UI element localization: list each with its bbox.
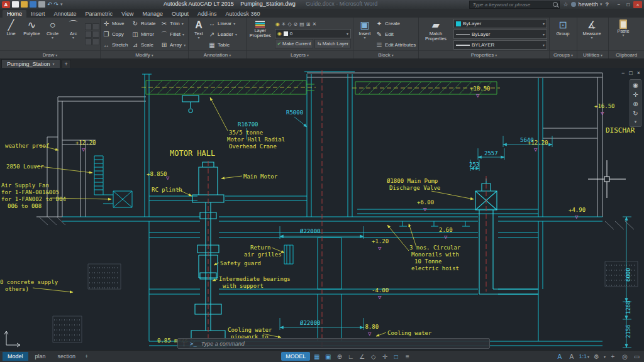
save-icon[interactable]	[30, 1, 36, 8]
maximize-button[interactable]: □	[624, 1, 633, 8]
arc-button[interactable]: ⌒ Arc ▾	[63, 18, 84, 50]
signin-user[interactable]: hewetth ▾	[571, 1, 602, 8]
measure-button[interactable]: ∡ Measure ▾	[578, 18, 606, 50]
new-file-icon[interactable]	[12, 1, 19, 8]
layer-dropdown[interactable]: ◉ 0 ▾	[275, 29, 351, 38]
edit-attributes-button[interactable]: ☰Edit Attributes	[375, 40, 416, 50]
text-button[interactable]: A Text ▾	[189, 18, 208, 50]
zoom-icon[interactable]: ⊕	[633, 101, 638, 107]
panel-label-block[interactable]: Block▾	[353, 50, 418, 58]
panel-label-layers[interactable]: Layers▾	[247, 50, 353, 58]
annotation-monitor-icon[interactable]: +	[608, 353, 618, 360]
workspace-chevron-icon[interactable]: ▾	[604, 354, 606, 359]
open-file-icon[interactable]	[21, 1, 28, 8]
pan-icon[interactable]: ✛	[633, 91, 638, 98]
layout-tab-model[interactable]: Model	[3, 352, 28, 361]
linetype-dropdown[interactable]: ByLayer ▾	[453, 30, 547, 39]
draw-extra-2[interactable]	[92, 23, 99, 30]
copy-button[interactable]: ❐Copy	[101, 29, 130, 40]
move-button[interactable]: ✛Move	[101, 18, 130, 29]
redo-icon[interactable]: ↷	[54, 1, 59, 8]
model-space-toggle[interactable]: MODEL	[281, 352, 310, 361]
object-color-dropdown[interactable]: ByLayer ▾	[453, 19, 547, 28]
polar-tracking-icon[interactable]: ∠	[357, 353, 367, 360]
line-button[interactable]: ╱ Line	[1, 18, 21, 50]
annotation-scale-control[interactable]: 1:1 ▾	[579, 353, 589, 359]
trim-button[interactable]: ✂Trim▾	[159, 18, 187, 29]
help-icon[interactable]: ?	[606, 1, 609, 8]
tab-manage[interactable]: Manage	[138, 10, 167, 18]
array-button[interactable]: ⊞Array▾	[159, 40, 187, 50]
orbit-icon[interactable]: ↻	[633, 110, 638, 117]
tab-output[interactable]: Output	[167, 10, 193, 18]
minimize-button[interactable]: −	[614, 1, 623, 8]
ortho-icon[interactable]: ∟	[346, 353, 355, 360]
layer-properties-button[interactable]: Layer Properties	[247, 18, 274, 50]
navigation-wheel-icon[interactable]: ◉	[633, 82, 638, 89]
polyline-button[interactable]: ∿ Polyline	[21, 18, 42, 50]
edit-block-button[interactable]: ✎Edit	[375, 29, 416, 40]
autoscale-icon[interactable]: A	[567, 353, 576, 360]
favorites-icon[interactable]: ☆	[563, 1, 568, 8]
tab-addins[interactable]: Add-ins	[193, 10, 221, 18]
paste-button[interactable]: Paste ▾	[609, 18, 637, 50]
layer-lock-icon[interactable]: ⊘	[294, 21, 298, 27]
qat-dropdown-icon[interactable]: ▾	[60, 2, 63, 7]
tab-view[interactable]: View	[117, 10, 138, 18]
object-snap-tracking-icon[interactable]: ✛	[380, 353, 389, 360]
panel-label-modify[interactable]: Modify▾	[101, 50, 188, 58]
clean-screen-icon[interactable]: ▭	[632, 353, 641, 360]
layer-sun-icon[interactable]: ✳	[282, 21, 286, 27]
layer-on-icon[interactable]: ◉	[275, 21, 280, 27]
navbar-chevron-icon[interactable]: ▾	[635, 119, 637, 124]
command-input[interactable]	[200, 340, 486, 348]
isodraft-icon[interactable]: ◇	[369, 353, 378, 360]
annotation-visibility-icon[interactable]: A	[555, 353, 564, 360]
group-button[interactable]: ⊡ Group	[550, 18, 575, 50]
layer-delete-icon[interactable]: ✕	[313, 21, 317, 27]
doc-tab-pumping-station[interactable]: Pumping_Station ▾	[1, 59, 60, 68]
fillet-button[interactable]: ⌒Fillet▾	[159, 29, 187, 40]
match-properties-button[interactable]: ▰ Match Properties	[419, 18, 452, 50]
lineweight-dropdown[interactable]: BYLAYER ▾	[453, 40, 547, 50]
layer-new-icon[interactable]: ⊞	[306, 21, 311, 27]
dynamic-input-icon[interactable]: ⊕	[335, 353, 344, 360]
app-logo-icon[interactable]: A	[2, 1, 10, 8]
doc-tab-chevron-icon[interactable]: ▾	[53, 62, 55, 66]
new-layout-button[interactable]: +	[82, 352, 91, 361]
arc-dropdown-icon[interactable]: ▾	[72, 36, 74, 40]
tab-insert[interactable]: Insert	[26, 10, 50, 18]
close-button[interactable]: ×	[633, 1, 642, 8]
draw-extra-3[interactable]	[85, 31, 92, 38]
viewport-minimize-icon[interactable]: −	[621, 70, 625, 76]
tab-annotate[interactable]: Annotate	[50, 10, 81, 18]
plot-icon[interactable]	[38, 1, 45, 8]
command-line[interactable]: ⋮ >_	[177, 338, 490, 349]
leader-button[interactable]: ↗Leader▾	[208, 29, 237, 40]
layout-tab-plan[interactable]: plan	[30, 352, 51, 361]
command-grip-icon[interactable]: ⋮	[181, 341, 187, 347]
search-input[interactable]	[471, 1, 552, 8]
grid-icon[interactable]: ▦	[312, 353, 321, 360]
tab-autodesk360[interactable]: Autodesk 360	[221, 10, 265, 18]
mirror-button[interactable]: ◫Mirror	[130, 29, 159, 40]
object-snap-icon[interactable]: □	[391, 353, 401, 360]
isolate-objects-icon[interactable]: ◎	[620, 353, 630, 360]
tab-parametric[interactable]: Parametric	[81, 10, 118, 18]
lineweight-icon[interactable]: ≡	[402, 353, 412, 360]
undo-icon[interactable]: ↶	[47, 1, 52, 8]
layout-tab-section[interactable]: section	[53, 352, 81, 361]
user-dropdown-icon[interactable]: ▾	[600, 2, 602, 7]
draw-extra-4[interactable]	[92, 31, 99, 38]
new-doc-tab-button[interactable]: +	[62, 60, 71, 68]
workspace-switching-icon[interactable]: ⚙	[592, 353, 601, 360]
panel-label-draw[interactable]: Draw▾	[0, 50, 100, 58]
circle-dropdown-icon[interactable]: ▾	[52, 36, 53, 40]
viewport-close-icon[interactable]: ×	[637, 70, 640, 76]
rotate-button[interactable]: ↻Rotate	[130, 18, 159, 29]
linear-dimension-button[interactable]: ↔Linear▾	[208, 18, 237, 29]
search-icon[interactable]	[553, 2, 558, 7]
circle-button[interactable]: ○ Circle ▾	[42, 18, 63, 50]
make-current-button[interactable]: ✔Make Current	[275, 39, 314, 48]
drawing-canvas[interactable]: MOTOR HALL35/5 tonneMotor Hall RadialOve…	[0, 68, 644, 350]
